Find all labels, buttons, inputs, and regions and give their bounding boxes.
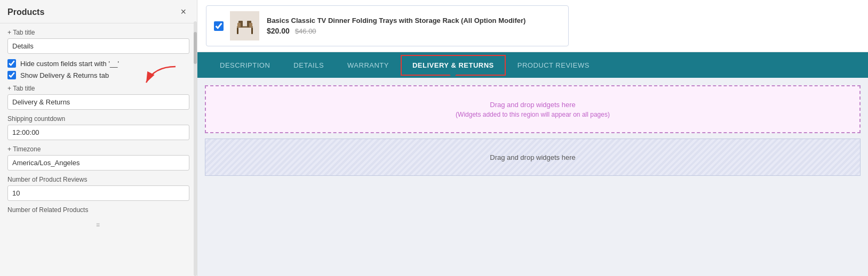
drag-handle-icon: ≡ bbox=[96, 221, 101, 229]
hide-custom-checkbox[interactable] bbox=[7, 59, 16, 68]
panel-title: Products bbox=[7, 7, 44, 17]
related-products-group: Number of Related Products bbox=[7, 206, 189, 214]
tab-reviews-label: PRODUCT REVIEWS bbox=[517, 61, 590, 69]
panel-header: Products × bbox=[0, 0, 197, 23]
checkboxes-group: Hide custom fields start with '__' Show … bbox=[7, 59, 189, 79]
left-panel: Products × + Tab title Hide custom field… bbox=[0, 0, 197, 276]
shipping-countdown-label: Shipping countdown bbox=[7, 115, 189, 123]
product-info: Basics Classic TV Dinner Folding Trays w… bbox=[267, 17, 561, 35]
shipping-countdown-group: Shipping countdown bbox=[7, 115, 189, 140]
hide-custom-label: Hide custom fields start with '__' bbox=[20, 60, 119, 68]
timezone-group: + Timezone bbox=[7, 145, 189, 171]
drop-zone-pink-subtext: (Widgets added to this region will appea… bbox=[218, 111, 848, 118]
product-image bbox=[230, 11, 259, 40]
panel-scrollbar-thumb bbox=[194, 32, 197, 64]
tab-title-input-1[interactable] bbox=[7, 38, 189, 54]
product-area: Basics Classic TV Dinner Folding Trays w… bbox=[197, 0, 868, 52]
show-delivery-label: Show Delivery & Returns tab bbox=[20, 71, 109, 79]
close-button[interactable]: × bbox=[177, 5, 189, 19]
drop-zone-blue[interactable]: Drag and drop widgets here bbox=[205, 139, 861, 176]
shipping-countdown-input[interactable] bbox=[7, 125, 189, 140]
timezone-label: + Timezone bbox=[7, 145, 189, 153]
product-card: Basics Classic TV Dinner Folding Trays w… bbox=[206, 5, 569, 46]
tab-details[interactable]: DETAILS bbox=[282, 54, 336, 77]
product-reviews-label: Number of Product Reviews bbox=[7, 176, 189, 183]
tab-delivery[interactable]: DELIVERY & RETURNS bbox=[401, 55, 506, 76]
tab-title-label-1: + Tab title bbox=[7, 29, 189, 36]
tab-description-label: DESCRIPTION bbox=[220, 61, 270, 69]
tab-description[interactable]: DESCRIPTION bbox=[208, 54, 282, 77]
tab-warranty[interactable]: WARRANTY bbox=[336, 54, 401, 77]
tab-title-group-1: + Tab title bbox=[7, 29, 189, 54]
show-delivery-row: Show Delivery & Returns tab bbox=[7, 71, 189, 79]
product-image-svg bbox=[234, 15, 256, 37]
widget-areas: Drag and drop widgets here (Widgets adde… bbox=[197, 78, 868, 276]
timezone-input[interactable] bbox=[7, 155, 189, 171]
drop-zone-pink[interactable]: Drag and drop widgets here (Widgets adde… bbox=[205, 85, 861, 133]
drop-zone-blue-text: Drag and drop widgets here bbox=[490, 153, 575, 161]
drag-handle[interactable]: ≡ bbox=[7, 219, 189, 231]
panel-scrollbar[interactable] bbox=[194, 21, 197, 276]
product-name: Basics Classic TV Dinner Folding Trays w… bbox=[267, 17, 561, 25]
show-delivery-checkbox[interactable] bbox=[7, 71, 16, 79]
related-products-label: Number of Related Products bbox=[7, 206, 189, 214]
tab-title-group-2: + Tab title bbox=[7, 85, 189, 110]
svg-rect-4 bbox=[237, 28, 238, 34]
drop-zone-pink-text: Drag and drop widgets here bbox=[218, 101, 848, 109]
tab-title-label-2: + Tab title bbox=[7, 85, 189, 92]
product-select-checkbox[interactable] bbox=[214, 21, 224, 31]
svg-rect-6 bbox=[237, 23, 241, 27]
tab-warranty-label: WARRANTY bbox=[347, 61, 389, 69]
right-panel: Basics Classic TV Dinner Folding Trays w… bbox=[197, 0, 868, 276]
product-reviews-input[interactable] bbox=[7, 185, 189, 201]
tab-navigation: DESCRIPTION DETAILS WARRANTY DELIVERY & … bbox=[197, 52, 868, 78]
tab-reviews[interactable]: PRODUCT REVIEWS bbox=[506, 54, 601, 77]
tab-delivery-label: DELIVERY & RETURNS bbox=[412, 61, 494, 69]
panel-content: + Tab title Hide custom fields start wit… bbox=[0, 23, 197, 276]
product-reviews-group: Number of Product Reviews bbox=[7, 176, 189, 201]
price-original: $46.00 bbox=[295, 27, 316, 35]
tab-title-input-2[interactable] bbox=[7, 94, 189, 110]
tab-details-label: DETAILS bbox=[293, 61, 324, 69]
svg-rect-5 bbox=[251, 28, 253, 34]
product-prices: $20.00 $46.00 bbox=[267, 27, 561, 35]
price-current: $20.00 bbox=[267, 27, 290, 35]
hide-custom-row: Hide custom fields start with '__' bbox=[7, 59, 189, 68]
svg-rect-7 bbox=[249, 23, 252, 27]
